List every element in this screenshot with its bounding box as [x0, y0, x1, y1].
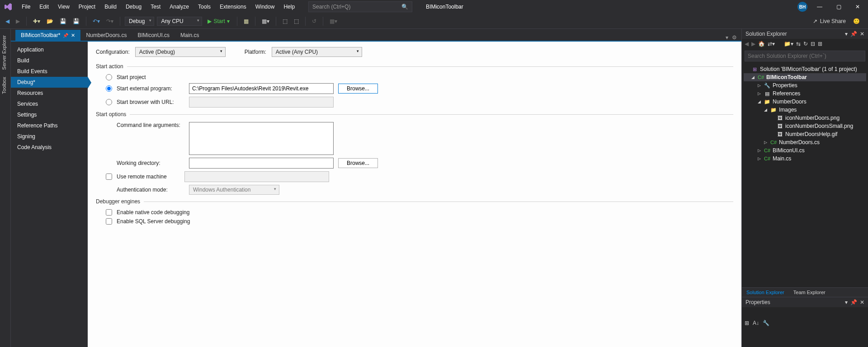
menu-test[interactable]: Test — [146, 2, 165, 12]
close-panel-icon[interactable]: ✕ — [860, 31, 864, 37]
se-home-icon[interactable]: 🏠 — [758, 41, 765, 47]
references-node[interactable]: ▷▤References — [744, 89, 866, 98]
properties-node[interactable]: ▷🔧Properties — [744, 81, 866, 89]
menu-build[interactable]: Build — [100, 2, 121, 12]
menu-file[interactable]: File — [17, 2, 35, 12]
solution-config-dropdown[interactable]: Debug — [125, 17, 154, 26]
tab-overflow-icon[interactable]: ▾ — [726, 34, 728, 41]
menu-window[interactable]: Window — [251, 2, 279, 12]
file-bimiconui-cs[interactable]: ▷C#BIMiconUI.cs — [744, 146, 866, 155]
images-folder[interactable]: ◢📁Images — [744, 106, 866, 114]
prop-code-analysis[interactable]: Code Analysis — [11, 142, 88, 153]
save-all-icon[interactable]: 💾 — [71, 17, 81, 25]
prop-debug[interactable]: Debug* — [11, 77, 88, 88]
wrench-icon[interactable]: 🔧 — [763, 320, 769, 326]
prop-build-events[interactable]: Build Events — [11, 66, 88, 77]
panel-dropdown-icon[interactable]: ▾ — [845, 299, 848, 305]
close-button[interactable]: ✕ — [851, 4, 864, 10]
prop-signing[interactable]: Signing — [11, 131, 88, 142]
menu-project[interactable]: Project — [74, 2, 100, 12]
prop-build[interactable]: Build — [11, 55, 88, 66]
menu-help[interactable]: Help — [279, 2, 299, 12]
redo-icon[interactable]: ↷▾ — [104, 17, 115, 25]
enable-sql-checkbox[interactable] — [106, 218, 112, 225]
pin-icon[interactable]: 📌 — [63, 33, 68, 38]
menu-tools[interactable]: Tools — [193, 2, 215, 12]
minimize-button[interactable]: — — [813, 4, 826, 10]
global-search[interactable]: Search (Ctrl+Q) 🔍 — [308, 1, 412, 12]
save-icon[interactable]: 💾 — [58, 17, 68, 25]
categorize-icon[interactable]: ⊞ — [745, 320, 749, 326]
user-avatar[interactable]: BH — [797, 2, 807, 12]
tab-bimicontoolbar[interactable]: BIMiconToolbar* 📌 ✕ — [15, 30, 80, 41]
start-project-radio[interactable] — [106, 74, 112, 80]
start-external-radio[interactable] — [106, 85, 112, 92]
se-collapse-icon[interactable]: ⊟ — [811, 41, 815, 47]
toolbox-tab[interactable]: Toolbox — [0, 73, 8, 98]
open-icon[interactable]: 📂 — [45, 17, 55, 25]
menu-analyze[interactable]: Analyze — [165, 2, 193, 12]
prop-settings[interactable]: Settings — [11, 109, 88, 120]
server-explorer-tab[interactable]: Server Explorer — [0, 32, 8, 73]
file-icon-nd-small-png[interactable]: 🖼iconNumberDoorsSmall.png — [744, 122, 866, 130]
tab-numberdoors[interactable]: NumberDoors.cs — [80, 30, 132, 41]
use-remote-checkbox[interactable] — [106, 174, 112, 180]
platform-dropdown[interactable]: Active (Any CPU) — [272, 47, 362, 57]
tb-icon[interactable]: ▦▾ — [260, 17, 271, 25]
prop-resources[interactable]: Resources — [11, 88, 88, 98]
se-sync-icon[interactable]: ⇄▾ — [768, 41, 775, 47]
numberdoors-folder[interactable]: ◢📁NumberDoors — [744, 98, 866, 106]
solution-platform-dropdown[interactable]: Any CPU — [157, 17, 202, 26]
se-search-input[interactable] — [745, 51, 865, 61]
menu-edit[interactable]: Edit — [35, 2, 53, 12]
project-node[interactable]: ◢C#BIMiconToolbar — [744, 73, 866, 81]
menu-view[interactable]: View — [53, 2, 74, 12]
menu-extensions[interactable]: Extensions — [215, 2, 251, 12]
forward-nav-icon[interactable]: ▶ — [14, 17, 22, 25]
file-icon-nd-png[interactable]: 🖼iconNumberDoors.png — [744, 114, 866, 122]
toolbox-icon[interactable]: ▦ — [242, 17, 250, 25]
se-swap-icon[interactable]: ⇆ — [796, 41, 801, 47]
cmdline-args-input[interactable] — [189, 122, 334, 155]
browse-workdir-button[interactable]: Browse... — [338, 158, 378, 168]
live-share-button[interactable]: ↗ Live Share 🙂 — [813, 18, 864, 24]
external-program-path[interactable] — [189, 83, 334, 94]
file-main-cs[interactable]: ▷C#Main.cs — [744, 155, 866, 163]
prop-services[interactable]: Services — [11, 98, 88, 109]
se-back-icon[interactable]: ◀ — [745, 41, 749, 47]
pin-icon[interactable]: 📌 — [850, 299, 857, 305]
back-nav-icon[interactable]: ◀ — [4, 17, 11, 25]
enable-native-checkbox[interactable] — [106, 209, 112, 216]
configuration-dropdown[interactable]: Active (Debug) — [135, 47, 226, 57]
feedback-icon[interactable]: 🙂 — [853, 18, 860, 24]
tb-icon[interactable]: ↺ — [310, 17, 318, 25]
se-folder-icon[interactable]: 📁▾ — [784, 41, 793, 47]
se-fwd-icon[interactable]: ▶ — [751, 41, 755, 47]
close-panel-icon[interactable]: ✕ — [860, 299, 864, 305]
start-debugging-button[interactable]: ▶ Start ▾ — [205, 17, 232, 25]
tb-icon[interactable]: ⬚ — [281, 17, 289, 25]
tab-solution-explorer[interactable]: Solution Explorer — [742, 288, 789, 297]
tab-main[interactable]: Main.cs — [175, 30, 204, 41]
maximize-button[interactable]: ▢ — [832, 4, 845, 10]
solution-node[interactable]: ⊞Solution 'BIMiconToolbar' (1 of 1 proje… — [744, 65, 866, 73]
alphabetical-icon[interactable]: A↓ — [753, 320, 759, 326]
start-browser-radio[interactable] — [106, 99, 112, 105]
se-refresh-icon[interactable]: ↻ — [803, 41, 808, 47]
tab-bimiconui[interactable]: BIMiconUI.cs — [132, 30, 175, 41]
file-numberdoors-cs[interactable]: ▷C#NumberDoors.cs — [744, 138, 866, 146]
se-showall-icon[interactable]: ⊞ — [818, 41, 822, 47]
file-nd-help-gif[interactable]: 🖼NumberDoorsHelp.gif — [744, 130, 866, 138]
panel-dropdown-icon[interactable]: ▾ — [845, 31, 848, 37]
tb-icon[interactable]: ⬚ — [292, 17, 301, 25]
pin-icon[interactable]: 📌 — [850, 31, 857, 37]
new-item-icon[interactable]: ✚▾ — [31, 17, 42, 25]
undo-icon[interactable]: ↶▾ — [91, 17, 102, 25]
working-directory-input[interactable] — [189, 158, 334, 169]
prop-reference-paths[interactable]: Reference Paths — [11, 120, 88, 131]
prop-application[interactable]: Application — [11, 44, 88, 55]
tb-icon[interactable]: ▦▾ — [328, 17, 339, 25]
tab-team-explorer[interactable]: Team Explorer — [789, 288, 830, 297]
close-tab-icon[interactable]: ✕ — [71, 33, 75, 38]
menu-debug[interactable]: Debug — [121, 2, 146, 12]
